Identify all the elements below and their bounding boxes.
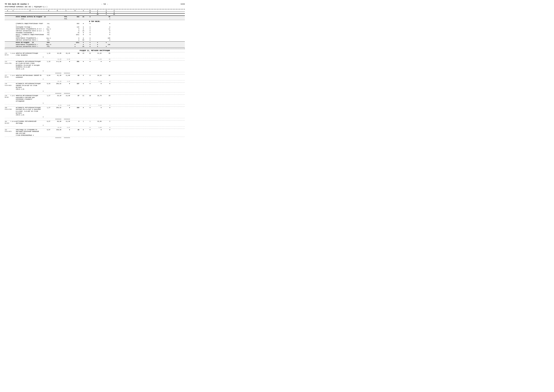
col-4: 1	[44, 10, 53, 12]
itogo-val7: 603	[70, 16, 80, 18]
item-row-5: ВСЕГО, СТОИМОСТЬ ОБЩЕСТРОИТЕЛЬНЫХ РАБОТ …	[5, 34, 185, 37]
table-row-6: 181Е9=207 Т.32=10 ●УСТАНОВКА МЕТАЛЛИЧЕСК…	[5, 120, 185, 128]
item-row-1: НАКЛАДНЫЕ РАСХОДЫ = РУБ. 132 ● ● ●	[5, 26, 185, 28]
sub-col-1	[5, 12, 10, 13]
itogo-unit2: РУБ.	[62, 16, 70, 18]
item-row-7: СМЕТНАЯ ЗАРАБОТНАЯ ПЛАТА = РУБ. ● 80 ● ●	[5, 39, 185, 41]
col-10: 1	[93, 10, 102, 12]
rows-block: 173Е9=33 Т.6=10 ●МОНТАЖ МЕТАЛЛОКОНСТРУКЦ…	[5, 52, 185, 139]
sub-col-2	[10, 12, 16, 13]
dots-row1: ●●●●	[16, 18, 53, 20]
col-8: 1	[80, 10, 87, 12]
col-6: 1	[62, 10, 70, 12]
col-11a: 7	[102, 10, 111, 12]
itogo-num1	[5, 16, 16, 18]
item-row-0: СТОИМОСТЬ ОБЩЕСТРОИТЕЛЬНЫХ РАБОТ = РУБ. …	[5, 23, 185, 26]
table-row-3: 178С121=1921 ●СТОИМОСТЬ МЕТАЛЛОКОНСТРУКЦ…	[5, 83, 185, 94]
sub-col-12: 1	[111, 12, 118, 13]
sub-col-4	[44, 12, 53, 13]
table-row-2: 177Е9=84 Т.11=1 ●МОНТАЖ ВЕРТИКАЛЬНЫХ СВЯ…	[5, 74, 185, 82]
item-row-2: НОРМАТИВНАЯ ТРУДОЕМКОСТЬ В Н.Р. = ЧЕД.=Ч…	[5, 28, 185, 30]
sub2-col-6	[62, 14, 70, 15]
table-row-1: 174С121,1781 ●СТОИМОСТЬ МЕТАЛЛОКОНСТРУКЦ…	[5, 60, 185, 74]
sub-col-10: 1	[93, 12, 102, 13]
itogo-title: ИТОГО ПРЯМЫЕ ЗАТРАТЫ ПО РАЗДЕЛУ 10	[16, 16, 53, 18]
table-row-0: 173Е9=33 Т.6=10 ●МОНТАЖ МЕТАЛЛОКОНСТРУКЦ…	[5, 52, 185, 60]
sub-col-9: 8	[87, 12, 93, 13]
page-number: - 54 -	[101, 3, 108, 5]
sub2-col-10: 10	[93, 14, 102, 15]
itogo-val11: 96	[102, 16, 111, 18]
item-row-6: НОРМАТИВНАЯ ТРУДОЕМКОСТЬ = ЧЕД.=Ч ● ● ● …	[5, 37, 185, 39]
item-row-3: СМЕТНАЯ ЗАРАБОТНАЯ ПЛАТА В Н.Р. = РУБ. ●…	[5, 30, 185, 32]
sub-col-5	[53, 12, 62, 13]
sub2-col-1	[5, 14, 10, 15]
doc-number: 6269	[181, 3, 185, 5]
sub2-col-7	[70, 14, 80, 15]
page-header: ТП 503-9р18.86 Альбом I - 54 - 6269	[5, 3, 185, 5]
item-row-4: ПЛАНОВЫЕ НАКОПЛЕНИЯ = РУБ. 76 ● ● ●	[5, 32, 185, 34]
sub-col-11: 9	[102, 12, 111, 13]
sub2-col-12: 11	[111, 14, 118, 15]
itogo-val9: 6	[87, 16, 93, 18]
sub2-col-9	[87, 14, 93, 15]
col-2: 1	[10, 10, 16, 12]
sub-col-6	[62, 12, 70, 13]
col-7: 5	[70, 10, 80, 12]
itogo-unit1	[53, 16, 62, 18]
itogo-val10	[93, 16, 102, 18]
sub2-col-4	[44, 14, 53, 15]
table-row-7: 182С121=1975 ●ЛЕСТНИЦЫ СО СТУПЕНЯМИ РЗЛИ…	[5, 129, 185, 139]
sub-col-7	[70, 12, 80, 13]
col-3: 2	[16, 10, 44, 12]
itogo-val8: 34	[80, 16, 87, 18]
program-name: ПРОГРАММНЫЙ КОМПЛЕКС АВС-3ЕС ( РЕДАКЦИЯ …	[5, 6, 47, 8]
table-row-4: 179Е9=96 Т.12=1 ●МОНТАЖ МЕТАЛЛОКОНСТРУКЦ…	[5, 94, 185, 106]
col-1: 1	[5, 10, 10, 12]
sub2-col-2	[10, 14, 16, 15]
col-5: 4	[53, 10, 62, 12]
sub2-col-5	[53, 14, 62, 15]
razdel11-title: РАЗДЕЛ 11, МЕТАЛЛО ОНСТРУКЦИИ	[5, 49, 185, 51]
sub2-col-8	[80, 14, 87, 15]
items-block: СТОИМОСТЬ ОБЩЕСТРОИТЕЛЬНЫХ РАБОТ = РУБ. …	[5, 23, 185, 41]
sub2-col-11: 1	[102, 14, 111, 15]
table-row-5: 180С121=1789 ●СТОИМОСТЬ МЕТАЛЛОКОНСТРУКЦ…	[5, 106, 185, 120]
doc-reference: ТП 503-9р18.86 Альбом I	[5, 3, 29, 5]
subheader: ПРОГРАММНЫЙ КОМПЛЕКС АВС-3ЕС ( РЕДАКЦИЯ …	[5, 6, 185, 8]
sub-col-8	[80, 12, 87, 13]
sub2-col-3	[16, 14, 44, 15]
vtom-chisle: В ТОМ ЧИСЛЕ:	[5, 21, 185, 22]
col-12: 1	[111, 10, 118, 12]
col-9: 6	[87, 10, 93, 12]
sub-col-3	[16, 12, 44, 13]
